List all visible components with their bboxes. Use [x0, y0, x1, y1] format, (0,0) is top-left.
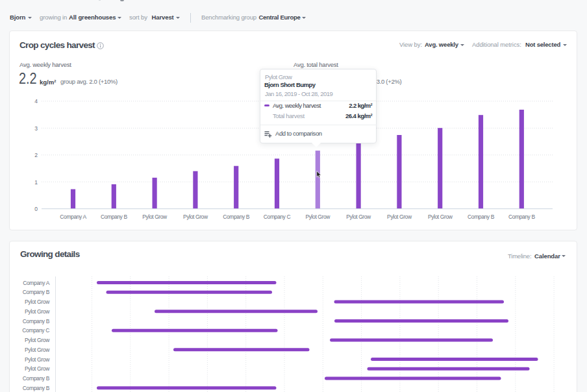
svg-text:Company B: Company B — [101, 214, 128, 220]
svg-text:Company B: Company B — [23, 375, 50, 382]
svg-text:Company C: Company C — [264, 214, 291, 220]
svg-text:Pylot Grow: Pylot Grow — [346, 214, 371, 220]
svg-text:Company B: Company B — [468, 214, 495, 220]
svg-text:Pylot Grow: Pylot Grow — [183, 214, 208, 220]
svg-text:2: 2 — [34, 152, 38, 158]
svg-text:Company B: Company B — [223, 214, 250, 220]
svg-text:Pylot Grow: Pylot Grow — [142, 214, 168, 220]
svg-text:Pylot Grow: Pylot Grow — [428, 214, 453, 220]
svg-text:Company B: Company B — [508, 214, 536, 220]
svg-text:Pylot Grow: Pylot Grow — [306, 214, 331, 220]
svg-text:Company B: Company B — [23, 289, 50, 295]
svg-text:Pylot Grow: Pylot Grow — [25, 365, 50, 372]
svg-text:Company B: Company B — [23, 385, 50, 391]
svg-text:Pylot Grow: Pylot Grow — [387, 214, 412, 220]
svg-text:Company A: Company A — [23, 280, 49, 286]
svg-text:1: 1 — [34, 179, 38, 186]
svg-text:0: 0 — [34, 206, 38, 212]
svg-text:Pylot Grow: Pylot Grow — [25, 337, 50, 343]
svg-text:Pylot Grow: Pylot Grow — [25, 347, 50, 353]
svg-text:4: 4 — [34, 98, 38, 104]
svg-text:Company B: Company B — [23, 318, 50, 325]
svg-text:Company A: Company A — [60, 214, 86, 220]
svg-text:Company C: Company C — [22, 327, 49, 334]
svg-text:Pylot Grow: Pylot Grow — [25, 356, 50, 363]
svg-text:3: 3 — [34, 125, 38, 132]
svg-text:Pylot Grow: Pylot Grow — [25, 299, 50, 305]
svg-text:Pylot Grow: Pylot Grow — [25, 308, 50, 315]
